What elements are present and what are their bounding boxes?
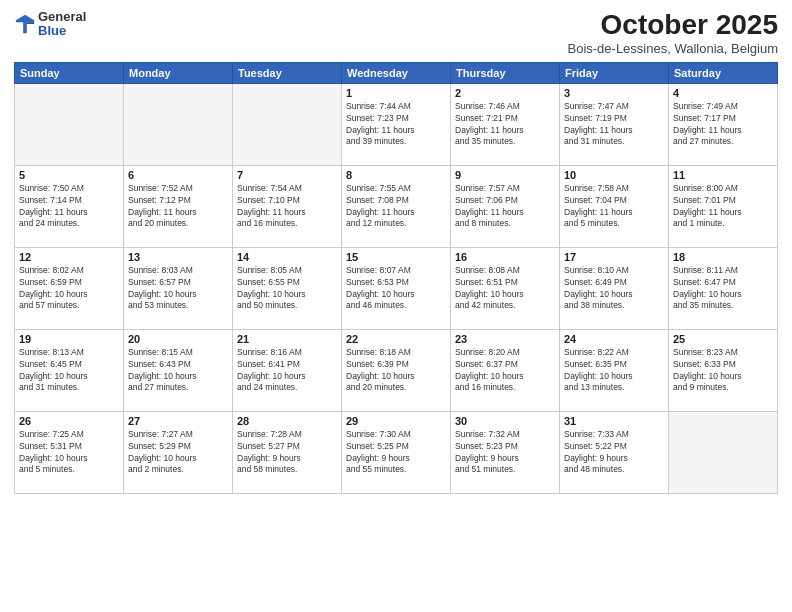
calendar-cell-w4-d4: 22Sunrise: 8:18 AM Sunset: 6:39 PM Dayli… (342, 329, 451, 411)
calendar-cell-w4-d2: 20Sunrise: 8:15 AM Sunset: 6:43 PM Dayli… (124, 329, 233, 411)
day-detail: Sunrise: 7:46 AM Sunset: 7:21 PM Dayligh… (455, 101, 555, 149)
calendar-cell-w3-d2: 13Sunrise: 8:03 AM Sunset: 6:57 PM Dayli… (124, 247, 233, 329)
day-number: 5 (19, 169, 119, 181)
svg-marker-1 (27, 22, 34, 24)
calendar-cell-w1-d3 (233, 83, 342, 165)
day-number: 6 (128, 169, 228, 181)
day-number: 4 (673, 87, 773, 99)
day-number: 11 (673, 169, 773, 181)
calendar-cell-w2-d1: 5Sunrise: 7:50 AM Sunset: 7:14 PM Daylig… (15, 165, 124, 247)
logo-general-text: General (38, 10, 86, 24)
day-detail: Sunrise: 8:08 AM Sunset: 6:51 PM Dayligh… (455, 265, 555, 313)
day-detail: Sunrise: 7:32 AM Sunset: 5:23 PM Dayligh… (455, 429, 555, 477)
calendar-table: Sunday Monday Tuesday Wednesday Thursday… (14, 62, 778, 494)
calendar-cell-w1-d1 (15, 83, 124, 165)
calendar-cell-w4-d7: 25Sunrise: 8:23 AM Sunset: 6:33 PM Dayli… (669, 329, 778, 411)
week-row-5: 26Sunrise: 7:25 AM Sunset: 5:31 PM Dayli… (15, 411, 778, 493)
day-detail: Sunrise: 8:02 AM Sunset: 6:59 PM Dayligh… (19, 265, 119, 313)
day-number: 26 (19, 415, 119, 427)
week-row-1: 1Sunrise: 7:44 AM Sunset: 7:23 PM Daylig… (15, 83, 778, 165)
calendar-cell-w3-d5: 16Sunrise: 8:08 AM Sunset: 6:51 PM Dayli… (451, 247, 560, 329)
calendar-cell-w2-d3: 7Sunrise: 7:54 AM Sunset: 7:10 PM Daylig… (233, 165, 342, 247)
day-number: 2 (455, 87, 555, 99)
day-number: 19 (19, 333, 119, 345)
calendar-cell-w3-d7: 18Sunrise: 8:11 AM Sunset: 6:47 PM Dayli… (669, 247, 778, 329)
col-friday: Friday (560, 62, 669, 83)
calendar-cell-w4-d5: 23Sunrise: 8:20 AM Sunset: 6:37 PM Dayli… (451, 329, 560, 411)
day-number: 31 (564, 415, 664, 427)
calendar-cell-w2-d7: 11Sunrise: 8:00 AM Sunset: 7:01 PM Dayli… (669, 165, 778, 247)
logo-text: General Blue (38, 10, 86, 39)
day-number: 27 (128, 415, 228, 427)
logo: General Blue (14, 10, 86, 39)
calendar-cell-w1-d6: 3Sunrise: 7:47 AM Sunset: 7:19 PM Daylig… (560, 83, 669, 165)
day-detail: Sunrise: 7:54 AM Sunset: 7:10 PM Dayligh… (237, 183, 337, 231)
day-detail: Sunrise: 8:15 AM Sunset: 6:43 PM Dayligh… (128, 347, 228, 395)
calendar-cell-w2-d6: 10Sunrise: 7:58 AM Sunset: 7:04 PM Dayli… (560, 165, 669, 247)
col-wednesday: Wednesday (342, 62, 451, 83)
col-sunday: Sunday (15, 62, 124, 83)
day-number: 25 (673, 333, 773, 345)
calendar-cell-w5-d6: 31Sunrise: 7:33 AM Sunset: 5:22 PM Dayli… (560, 411, 669, 493)
col-saturday: Saturday (669, 62, 778, 83)
title-block: October 2025 Bois-de-Lessines, Wallonia,… (567, 10, 778, 56)
day-number: 14 (237, 251, 337, 263)
logo-icon (14, 13, 36, 35)
day-number: 21 (237, 333, 337, 345)
day-number: 20 (128, 333, 228, 345)
day-number: 12 (19, 251, 119, 263)
calendar-cell-w4-d3: 21Sunrise: 8:16 AM Sunset: 6:41 PM Dayli… (233, 329, 342, 411)
calendar-cell-w3-d3: 14Sunrise: 8:05 AM Sunset: 6:55 PM Dayli… (233, 247, 342, 329)
calendar-cell-w2-d2: 6Sunrise: 7:52 AM Sunset: 7:12 PM Daylig… (124, 165, 233, 247)
day-number: 24 (564, 333, 664, 345)
day-number: 15 (346, 251, 446, 263)
calendar-cell-w1-d5: 2Sunrise: 7:46 AM Sunset: 7:21 PM Daylig… (451, 83, 560, 165)
calendar-cell-w5-d7 (669, 411, 778, 493)
col-thursday: Thursday (451, 62, 560, 83)
day-detail: Sunrise: 7:44 AM Sunset: 7:23 PM Dayligh… (346, 101, 446, 149)
logo-blue-text: Blue (38, 24, 86, 38)
day-number: 13 (128, 251, 228, 263)
day-detail: Sunrise: 8:13 AM Sunset: 6:45 PM Dayligh… (19, 347, 119, 395)
day-detail: Sunrise: 7:27 AM Sunset: 5:29 PM Dayligh… (128, 429, 228, 477)
day-detail: Sunrise: 8:03 AM Sunset: 6:57 PM Dayligh… (128, 265, 228, 313)
calendar-cell-w4-d6: 24Sunrise: 8:22 AM Sunset: 6:35 PM Dayli… (560, 329, 669, 411)
day-number: 28 (237, 415, 337, 427)
week-row-3: 12Sunrise: 8:02 AM Sunset: 6:59 PM Dayli… (15, 247, 778, 329)
day-number: 8 (346, 169, 446, 181)
month-title: October 2025 (567, 10, 778, 41)
day-number: 23 (455, 333, 555, 345)
day-detail: Sunrise: 8:23 AM Sunset: 6:33 PM Dayligh… (673, 347, 773, 395)
day-detail: Sunrise: 7:30 AM Sunset: 5:25 PM Dayligh… (346, 429, 446, 477)
week-row-4: 19Sunrise: 8:13 AM Sunset: 6:45 PM Dayli… (15, 329, 778, 411)
day-number: 16 (455, 251, 555, 263)
day-detail: Sunrise: 7:33 AM Sunset: 5:22 PM Dayligh… (564, 429, 664, 477)
day-number: 10 (564, 169, 664, 181)
day-detail: Sunrise: 8:16 AM Sunset: 6:41 PM Dayligh… (237, 347, 337, 395)
calendar-cell-w3-d1: 12Sunrise: 8:02 AM Sunset: 6:59 PM Dayli… (15, 247, 124, 329)
day-detail: Sunrise: 8:00 AM Sunset: 7:01 PM Dayligh… (673, 183, 773, 231)
day-detail: Sunrise: 7:52 AM Sunset: 7:12 PM Dayligh… (128, 183, 228, 231)
day-detail: Sunrise: 7:50 AM Sunset: 7:14 PM Dayligh… (19, 183, 119, 231)
day-number: 30 (455, 415, 555, 427)
calendar-cell-w3-d4: 15Sunrise: 8:07 AM Sunset: 6:53 PM Dayli… (342, 247, 451, 329)
day-number: 29 (346, 415, 446, 427)
location: Bois-de-Lessines, Wallonia, Belgium (567, 41, 778, 56)
day-detail: Sunrise: 8:20 AM Sunset: 6:37 PM Dayligh… (455, 347, 555, 395)
calendar-cell-w2-d5: 9Sunrise: 7:57 AM Sunset: 7:06 PM Daylig… (451, 165, 560, 247)
day-detail: Sunrise: 7:49 AM Sunset: 7:17 PM Dayligh… (673, 101, 773, 149)
day-header-row: Sunday Monday Tuesday Wednesday Thursday… (15, 62, 778, 83)
day-number: 9 (455, 169, 555, 181)
day-detail: Sunrise: 7:57 AM Sunset: 7:06 PM Dayligh… (455, 183, 555, 231)
col-tuesday: Tuesday (233, 62, 342, 83)
day-number: 18 (673, 251, 773, 263)
day-detail: Sunrise: 8:10 AM Sunset: 6:49 PM Dayligh… (564, 265, 664, 313)
calendar-cell-w1-d4: 1Sunrise: 7:44 AM Sunset: 7:23 PM Daylig… (342, 83, 451, 165)
day-detail: Sunrise: 8:18 AM Sunset: 6:39 PM Dayligh… (346, 347, 446, 395)
day-detail: Sunrise: 7:25 AM Sunset: 5:31 PM Dayligh… (19, 429, 119, 477)
day-detail: Sunrise: 8:07 AM Sunset: 6:53 PM Dayligh… (346, 265, 446, 313)
calendar-cell-w1-d2 (124, 83, 233, 165)
calendar-cell-w3-d6: 17Sunrise: 8:10 AM Sunset: 6:49 PM Dayli… (560, 247, 669, 329)
day-number: 17 (564, 251, 664, 263)
calendar-cell-w5-d2: 27Sunrise: 7:27 AM Sunset: 5:29 PM Dayli… (124, 411, 233, 493)
